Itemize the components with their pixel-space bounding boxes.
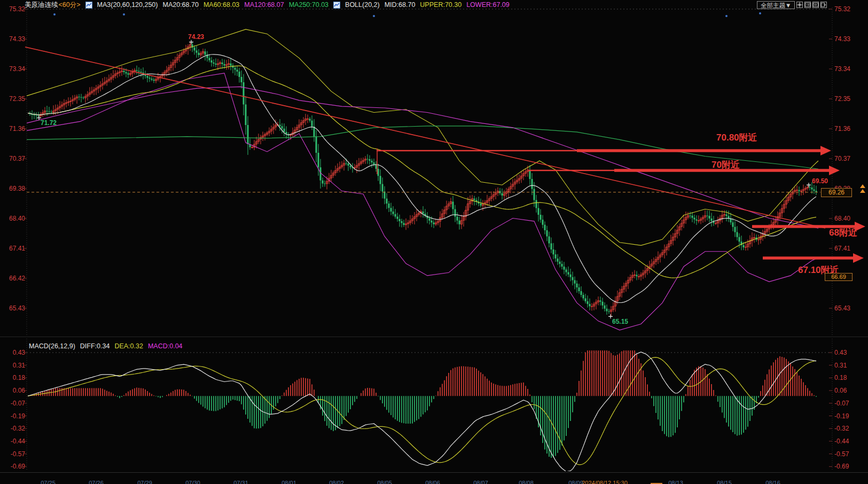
price-axis-tick: 75.32 <box>834 5 850 13</box>
signal-dot <box>759 12 761 14</box>
price-axis-tick: 72.35 <box>9 95 25 103</box>
pane-separator <box>0 337 868 337</box>
macd-axis-tick: 0.06 <box>13 387 26 394</box>
macd-diff-value: DIFF:0.34 <box>80 342 110 350</box>
period-label: <60分> <box>59 1 81 10</box>
support-68-label: 68附近 <box>829 228 857 237</box>
price-axis-tick: 65.43 <box>9 305 25 312</box>
signal-dot <box>53 13 56 15</box>
price-axis-tick: 67.41 <box>9 245 25 252</box>
macd-axis-tick: 0.43 <box>13 349 26 356</box>
price-up-arrow-icon <box>860 189 865 193</box>
price-axis-tick: 75.32 <box>9 5 25 13</box>
boll-upper-value: UPPER:70.30 <box>420 1 462 9</box>
price-axis-tick: 73.34 <box>9 65 25 73</box>
macd-axis-tick: -0.69 <box>834 463 849 470</box>
time-axis-label: 08/08 <box>519 480 534 484</box>
high-price-marker: 74.23 <box>188 34 204 40</box>
price-axis-tick: 65.43 <box>834 305 850 312</box>
ma250-value: MA250:70.03 <box>289 1 329 9</box>
all-themes-button[interactable]: 全部主题▼ <box>757 1 795 9</box>
ma20-value: MA20:68.70 <box>162 1 198 9</box>
extreme-cross-marker <box>807 183 811 187</box>
price-axis-tick: 71.36 <box>834 125 850 132</box>
macd-params-label: MACD(26,12,9) <box>29 342 75 350</box>
signal-dot <box>373 15 375 17</box>
time-axis-label: 07/29 <box>137 480 152 484</box>
macd-axis-tick: -0.57 <box>11 450 26 458</box>
macd-axis-tick: -0.07 <box>11 400 26 407</box>
pane-pop-out-button[interactable] <box>820 2 827 8</box>
price-axis-tick: 74.33 <box>9 35 25 43</box>
macd-axis-tick: 0.18 <box>834 374 847 381</box>
macd-axis-tick: 0.31 <box>834 362 847 369</box>
candlesticks <box>29 42 817 317</box>
price-pane-legend: 美原油连续 <60分> MA3(20,60,120,250) MA20:68.7… <box>25 1 510 9</box>
pane-expand-right-button[interactable] <box>812 2 819 8</box>
ma-group-label: MA3(20,60,120,250) <box>97 1 158 9</box>
last-price-tag: 69.26 <box>821 188 852 197</box>
signal-dot <box>725 15 728 17</box>
time-axis-label: 07/30 <box>185 480 200 484</box>
macd-axis-tick: -0.32 <box>834 425 849 432</box>
time-axis-label: 08/13 <box>668 480 683 484</box>
time-axis-label: 08/01 <box>281 480 296 484</box>
macd-pane-series <box>28 350 816 472</box>
resistance-70-label: 70附近 <box>711 160 740 169</box>
recent-high-price-marker: 69.50 <box>812 178 828 184</box>
macd-dea-value: DEA:0.32 <box>114 342 143 350</box>
price-axis-tick: 74.33 <box>834 35 850 43</box>
pane-resize-icon <box>805 2 810 7</box>
pane-resize-button[interactable] <box>804 2 811 8</box>
symbol-name: 美原油连续 <box>25 1 58 10</box>
macd-axis-tick: 0.43 <box>834 349 847 356</box>
price-up-arrow-icon <box>860 184 865 188</box>
time-axis[interactable]: 07/2507/2607/2907/3007/3108/0108/0208/05… <box>0 472 868 484</box>
price-axis-tick: 67.41 <box>834 245 850 252</box>
signal-dot <box>123 13 125 15</box>
time-axis-label: 08/15 <box>717 480 732 484</box>
macd-pane-legend: MACD(26,12,9) DIFF:0.34 DEA:0.32 MACD:0.… <box>29 342 183 350</box>
time-axis-current-label: 2024/08/12 15:30 <box>582 480 628 484</box>
ma120-value: MA120:68.07 <box>244 1 284 9</box>
boll-indicator-icon <box>333 2 340 9</box>
macd-axis-tick: -0.57 <box>834 450 849 458</box>
macd-axis-tick: -0.69 <box>11 463 26 470</box>
time-axis-label: 08/07 <box>473 480 488 484</box>
chart-type-icon <box>85 2 92 9</box>
boll-mid-value: MID:68.70 <box>385 1 416 9</box>
crosshair-tool-button[interactable] <box>796 2 803 8</box>
resistance-7080-label: 70.80附近 <box>716 133 757 142</box>
boll-group-label: BOLL(20,2) <box>345 1 380 9</box>
chart-canvas[interactable]: 75.3275.3274.3374.3373.3473.3472.3572.35… <box>0 0 868 484</box>
price-axis-tick: 70.37 <box>9 155 25 162</box>
pane-expand-right-icon <box>813 2 818 7</box>
time-axis-label: 08/09 <box>568 480 583 484</box>
macd-axis-tick: -0.32 <box>11 425 26 432</box>
mid-low-price-marker: 65.15 <box>612 318 628 325</box>
price-axis-tick: 73.34 <box>834 65 850 73</box>
price-axis-tick: 70.37 <box>834 155 850 162</box>
ma60-value: MA60:68.03 <box>204 1 239 9</box>
macd-value: MACD:0.04 <box>148 342 183 350</box>
time-axis-label: 07/26 <box>89 480 104 484</box>
left-low-price-marker: 71.72 <box>41 120 57 126</box>
price-axis-tick: 66.42 <box>9 275 25 282</box>
trading-chart-window: 75.3275.3274.3374.3373.3473.3472.3572.35… <box>0 0 868 484</box>
macd-axis-tick: 0.06 <box>834 387 847 394</box>
macd-axis-tick: -0.44 <box>834 438 849 445</box>
macd-axis-tick: 0.18 <box>13 374 26 381</box>
time-axis-label: 08/16 <box>765 480 780 484</box>
macd-axis-tick: -0.19 <box>834 412 849 420</box>
boll-lower-value: LOWER:67.09 <box>466 1 510 9</box>
price-axis-tick: 68.40 <box>9 215 25 222</box>
price-axis-tick: 72.35 <box>834 95 850 103</box>
time-axis-label: 08/06 <box>425 480 440 484</box>
prev-settle-price-tag: 66.69 <box>825 273 853 281</box>
macd-axis-tick: -0.44 <box>11 438 26 445</box>
time-axis-label: 08/02 <box>329 480 344 484</box>
time-axis-label: 07/31 <box>233 480 248 484</box>
crosshair-icon <box>797 2 802 7</box>
macd-axis-tick: -0.07 <box>834 400 849 407</box>
macd-axis-tick: 0.31 <box>13 362 26 369</box>
